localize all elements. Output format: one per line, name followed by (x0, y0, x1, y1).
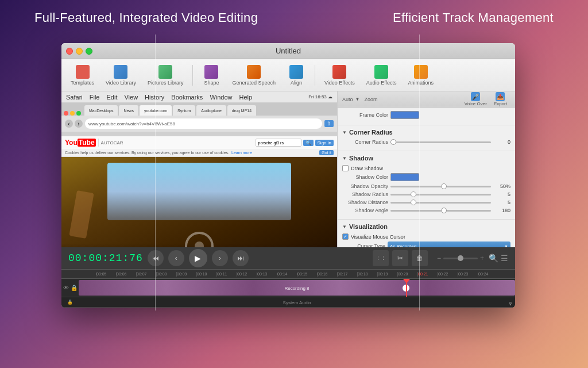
browser-address-bar: ‹ › www.youtube.com/watch?v=b4V8Wt-aE58 … (61, 116, 337, 132)
draw-shadow-checkbox[interactable] (342, 165, 349, 171)
track-lock-icon[interactable]: 🔒 (71, 285, 78, 291)
shadow-radius-row: Shadow Radius 5 (342, 191, 510, 197)
cursor-type-row: Cursor Type As Recorded ▼ (342, 241, 510, 247)
browser-tab-4[interactable]: Synium (173, 105, 195, 116)
window-title: Untitled (276, 47, 301, 55)
shadow-distance-thumb[interactable] (411, 200, 416, 205)
export-btn[interactable]: 📤 Export (490, 91, 510, 108)
ruler-mark-12: 00:17 (337, 272, 357, 277)
zoom-fit-btn[interactable]: 🔍 (489, 254, 498, 263)
align-label: Align (291, 80, 302, 86)
recording-track-content[interactable]: Recording 8 (79, 279, 515, 297)
shadow-opacity-slider[interactable] (390, 186, 491, 187)
shadow-angle-thumb[interactable] (441, 208, 447, 213)
menu-safari[interactable]: Safari (66, 94, 83, 101)
browser-tab-6[interactable]: drug MP14 (227, 105, 256, 116)
shadow-angle-value: 180 (493, 208, 510, 213)
zoom-slider[interactable] (443, 258, 478, 259)
zoom-minus-btn[interactable]: − (437, 254, 441, 262)
minimize-button[interactable] (76, 48, 83, 55)
shadow-opacity-thumb[interactable] (441, 183, 447, 189)
shadow-color-swatch[interactable] (390, 173, 419, 181)
step-forward-btn[interactable]: › (212, 250, 228, 266)
toolbar-align[interactable]: Align (283, 63, 310, 88)
frame-color-swatch[interactable] (390, 111, 419, 119)
browser-maximize[interactable] (76, 111, 81, 116)
browser-nav-controls: ‹ › (65, 120, 83, 128)
shadow-radius-value: 5 (493, 191, 510, 197)
play-btn[interactable]: ▶ (189, 249, 207, 267)
close-button[interactable] (66, 48, 73, 55)
toolbar-pictures[interactable]: Pictures Library (143, 63, 188, 88)
zoom-plus-btn[interactable]: + (480, 254, 484, 262)
shadow-angle-row: Shadow Angle 180 (342, 208, 510, 213)
corner-radius-thumb[interactable] (390, 139, 396, 145)
cut-btn[interactable]: ✂ (392, 250, 408, 266)
shadow-triangle: ▼ (342, 156, 347, 161)
browser-tab-1[interactable]: MacDesktops (84, 105, 118, 116)
system-audio-track: 🔒 System Audio 🎙 (61, 297, 515, 308)
system-audio-controls: 🔒 (61, 300, 79, 305)
yt-search-btn[interactable]: 🔍 (303, 140, 314, 146)
system-audio-icon: 🔒 (67, 300, 73, 305)
share-button[interactable]: ⇧ (324, 120, 334, 127)
timeline-ruler: 00:05 00:06 00:07 00:08 00:09 00:10 00:1… (61, 270, 515, 279)
menu-bookmarks[interactable]: Bookmarks (171, 94, 203, 101)
fast-forward-btn[interactable]: ⏭ (233, 250, 249, 266)
corner-radius-triangle: ▼ (342, 130, 347, 135)
menu-bar: Safari File Edit View History Bookmarks … (61, 91, 337, 103)
shadow-distance-label: Shadow Distance (342, 200, 388, 205)
browser-back[interactable]: ‹ (65, 120, 73, 128)
browser-tab-5[interactable]: Audioptune (196, 105, 226, 116)
yt-search-input[interactable]: porsche gt3 rs (256, 139, 301, 147)
yt-signin-btn[interactable]: Sign in (315, 140, 334, 146)
shadow-header[interactable]: ▼ Shadow (342, 155, 510, 162)
track-eye-icon[interactable]: 👁 (63, 285, 69, 291)
cursor-type-dropdown[interactable]: As Recorded ▼ (388, 241, 510, 247)
url-bar[interactable]: www.youtube.com/watch?v=b4V8Wt-aE58 (85, 118, 322, 129)
voice-over-btn[interactable]: 🎤 Voice Over (461, 91, 490, 108)
menu-window[interactable]: Window (210, 94, 232, 101)
corner-radius-slider[interactable] (390, 141, 491, 143)
toolbar-video-effects[interactable]: Video Effects (320, 63, 359, 88)
corner-radius-header[interactable]: ▼ Corner Radius (342, 129, 510, 136)
snap-btn[interactable]: ⋮⋮ (373, 250, 389, 266)
toolbar-video-library[interactable]: Video Library (101, 63, 141, 88)
browser-tab-2[interactable]: News (119, 105, 138, 116)
toolbar-separator-1 (192, 65, 193, 86)
shadow-distance-slider[interactable] (390, 202, 491, 204)
toolbar-audio-effects[interactable]: Audio Effects (362, 63, 401, 88)
video-panel: Safari File Edit View History Bookmarks … (61, 91, 337, 247)
shadow-angle-slider[interactable] (390, 210, 491, 212)
vis-cursor-checkbox[interactable] (342, 233, 349, 240)
browser-minimize[interactable] (70, 111, 75, 116)
toolbar-generated-speech[interactable]: Generated Speech (227, 63, 280, 88)
menu-edit[interactable]: Edit (106, 94, 117, 101)
ruler-mark-19: 00:24 (478, 272, 498, 277)
clock: Fri 16:53 ☁ (308, 94, 332, 99)
toolbar-animations[interactable]: Animations (404, 63, 439, 88)
speech-label: Generated Speech (232, 80, 276, 86)
cookie-ok-btn[interactable]: Got it (319, 150, 334, 155)
track-options-btn[interactable]: ☰ (501, 254, 508, 263)
shadow-radius-slider[interactable] (390, 194, 491, 195)
toolbar-shape[interactable]: Shape (198, 63, 225, 88)
zoom-slider-thumb[interactable] (458, 255, 463, 261)
system-audio-content[interactable]: System Audio 🎙 (79, 297, 515, 307)
pictures-label: Pictures Library (148, 80, 184, 86)
zoom-dropdown-arrow: ▼ (355, 97, 360, 102)
toolbar-templates[interactable]: Templates (66, 63, 99, 88)
ruler-mark-10: 00:15 (297, 272, 317, 277)
vis-header[interactable]: ▼ Visualization (342, 223, 510, 230)
browser-forward[interactable]: › (75, 120, 83, 128)
shadow-radius-thumb[interactable] (411, 191, 416, 197)
browser-close[interactable] (64, 111, 68, 116)
frame-color-row: Frame Color (342, 111, 510, 119)
menu-help[interactable]: Help (239, 94, 253, 101)
learn-more-link[interactable]: Learn more (231, 151, 252, 155)
step-back-btn[interactable]: ‹ (168, 250, 184, 266)
menu-view[interactable]: View (124, 94, 138, 101)
menu-file[interactable]: File (90, 94, 100, 101)
zoom-bar: − + 🔍 ☰ (437, 254, 508, 263)
maximize-button[interactable] (86, 48, 92, 55)
